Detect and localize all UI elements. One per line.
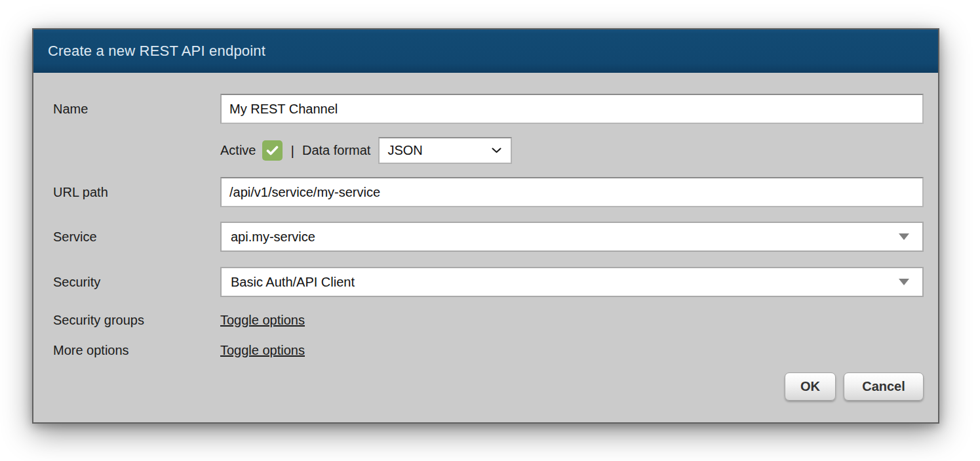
service-value: api.my-service [231, 230, 315, 245]
active-checkbox[interactable] [262, 140, 283, 161]
create-rest-endpoint-dialog: Create a new REST API endpoint Name Acti… [32, 28, 939, 424]
form-row-name: Name [53, 94, 924, 124]
chevron-down-icon [492, 148, 501, 153]
more-options-toggle-link[interactable]: Toggle options [220, 343, 305, 358]
more-options-label: More options [53, 343, 220, 358]
service-label: Service [53, 230, 220, 245]
checkmark-icon [266, 146, 279, 155]
separator-pipe: | [290, 143, 294, 159]
dropdown-arrow-icon [899, 279, 909, 285]
form-row-url-path: URL path [53, 177, 924, 207]
ok-button[interactable]: OK [785, 372, 836, 401]
url-path-label: URL path [53, 185, 220, 200]
url-path-input[interactable] [220, 177, 924, 207]
service-combobox[interactable]: api.my-service [220, 222, 924, 252]
data-format-select[interactable]: JSON [378, 137, 512, 164]
security-groups-label: Security groups [53, 313, 220, 328]
form-row-security-groups: Security groups Toggle options [53, 311, 924, 329]
form-row-service: Service api.my-service [53, 222, 924, 252]
dialog-button-row: OK Cancel [53, 372, 924, 401]
dropdown-arrow-icon [899, 233, 909, 240]
dialog-title: Create a new REST API endpoint [48, 43, 265, 60]
active-label: Active [220, 143, 256, 158]
data-format-label: Data format [302, 143, 370, 158]
security-label: Security [53, 275, 220, 290]
dialog-body: Name Active | Data format JS [33, 73, 938, 401]
security-combobox[interactable]: Basic Auth/API Client [220, 267, 924, 297]
form-row-active-format: Active | Data format JSON [53, 137, 924, 164]
page-background: { "dialog": { "title": "Create a new RES… [0, 0, 980, 461]
name-input[interactable] [220, 94, 924, 124]
dialog-titlebar: Create a new REST API endpoint [33, 30, 938, 73]
security-value: Basic Auth/API Client [231, 275, 355, 290]
cancel-button[interactable]: Cancel [844, 372, 924, 401]
name-label: Name [53, 102, 220, 117]
data-format-value: JSON [387, 143, 422, 158]
form-row-more-options: More options Toggle options [53, 342, 924, 359]
security-groups-toggle-link[interactable]: Toggle options [220, 313, 305, 328]
form-row-security: Security Basic Auth/API Client [53, 267, 924, 297]
